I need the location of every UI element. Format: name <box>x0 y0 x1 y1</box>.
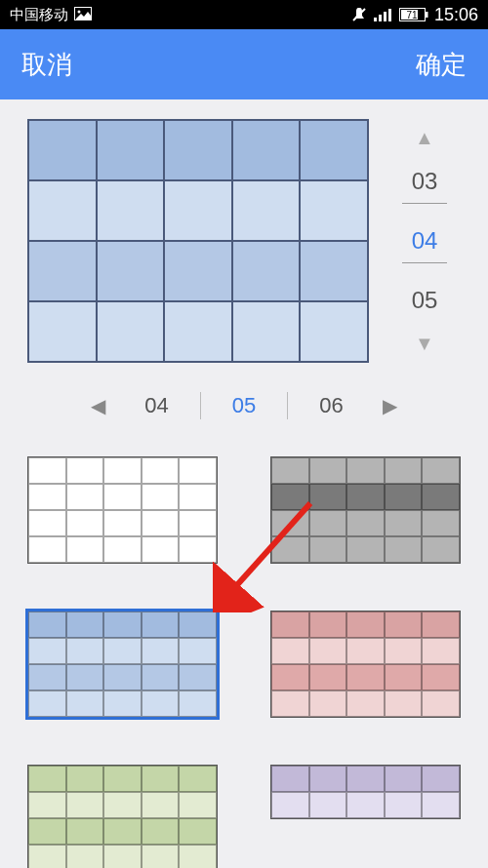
rows-prev-value[interactable]: 03 <box>402 160 447 203</box>
rows-next-value[interactable]: 05 <box>402 279 447 322</box>
mute-icon <box>350 6 368 23</box>
theme-option-gray[interactable] <box>270 456 461 564</box>
svg-rect-9 <box>426 12 428 18</box>
battery-level: 71 <box>406 10 418 20</box>
dialog-header: 取消 确定 <box>0 29 488 99</box>
cols-next-value[interactable]: 06 <box>305 393 356 418</box>
image-icon <box>74 7 92 23</box>
status-right: 71 15:06 <box>350 5 478 25</box>
theme-option-red[interactable] <box>270 611 461 718</box>
cols-left-button[interactable]: ◀ <box>83 390 113 421</box>
signal-icon <box>374 8 393 21</box>
rows-selected-value[interactable]: 04 <box>402 219 447 262</box>
status-left: 中国移动 <box>10 6 92 24</box>
divider <box>402 262 447 279</box>
style-preview-grid <box>27 119 369 363</box>
theme-option-blue[interactable] <box>27 611 218 718</box>
divider <box>287 392 288 419</box>
rows-picker-values: 03 04 05 <box>402 160 447 322</box>
battery-icon: 71 <box>399 8 428 21</box>
rows-down-button[interactable]: ▼ <box>415 333 434 355</box>
svg-point-1 <box>78 10 81 13</box>
svg-rect-4 <box>379 15 382 21</box>
svg-rect-6 <box>388 9 391 21</box>
theme-option-white[interactable] <box>27 456 218 564</box>
clock-label: 15:06 <box>434 5 478 25</box>
content-area: ▲ 03 04 05 ▼ ◀ 04 05 06 ▶ <box>0 99 488 868</box>
divider <box>200 392 201 419</box>
status-bar: 中国移动 71 15:06 <box>0 0 488 29</box>
rows-up-button[interactable]: ▲ <box>415 127 434 149</box>
preview-row: ▲ 03 04 05 ▼ <box>27 119 461 363</box>
theme-option-purple[interactable] <box>270 765 461 819</box>
cols-right-button[interactable]: ▶ <box>375 390 405 421</box>
divider <box>402 203 447 219</box>
theme-option-green[interactable] <box>27 765 218 868</box>
svg-rect-5 <box>384 12 386 21</box>
carrier-label: 中国移动 <box>10 6 68 24</box>
theme-gallery <box>27 456 461 868</box>
confirm-button[interactable]: 确定 <box>416 48 467 82</box>
cols-prev-value[interactable]: 04 <box>131 393 182 418</box>
cols-selected-value[interactable]: 05 <box>219 393 269 418</box>
cancel-button[interactable]: 取消 <box>21 48 72 82</box>
rows-picker: ▲ 03 04 05 ▼ <box>369 119 461 363</box>
cols-picker: ◀ 04 05 06 ▶ <box>83 390 404 421</box>
svg-rect-3 <box>374 18 377 21</box>
